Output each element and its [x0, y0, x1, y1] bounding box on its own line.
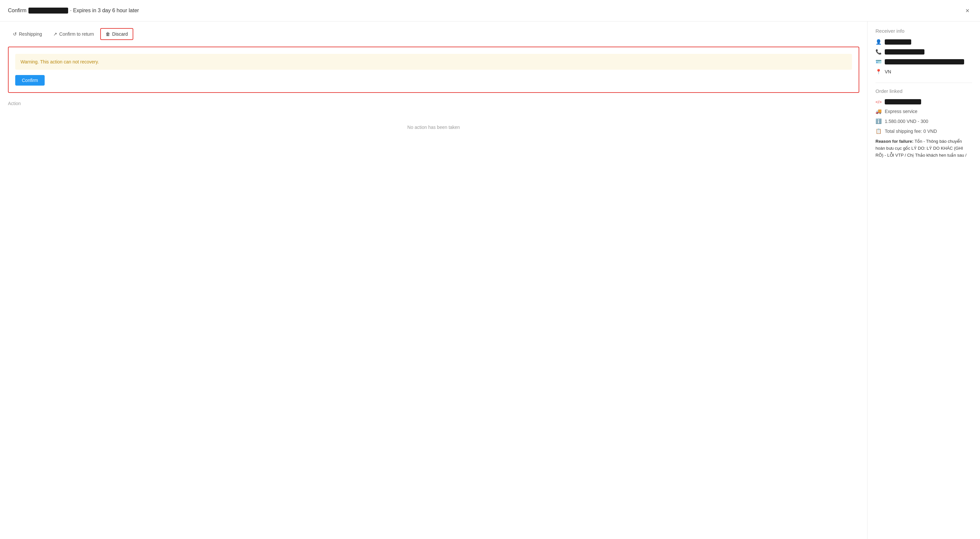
tab-reshipping-label: Reshipping: [19, 32, 42, 37]
order-reason-row: Reason for failure: Tồn - Thông báo chuy…: [875, 138, 972, 159]
order-service: Express service: [885, 109, 918, 114]
tab-confirm-return[interactable]: ↗ Confirm to return: [48, 29, 99, 40]
receiver-phone-redacted: [885, 49, 924, 54]
tabs-bar: ↺ Reshipping ↗ Confirm to return 🗑 Disca…: [8, 28, 859, 40]
confirm-return-icon: ↗: [53, 32, 57, 37]
tab-discard[interactable]: 🗑 Discard: [100, 28, 133, 40]
tab-discard-label: Discard: [112, 32, 128, 37]
receiver-address-row: 🪪: [875, 59, 972, 65]
order-shipping-fee-row: 📋 Total shipping fee: 0 VND: [875, 128, 972, 134]
truck-icon: 🚚: [875, 108, 881, 114]
modal-container: Confirm · Expires in 3 day 6 hour later …: [0, 0, 980, 539]
warning-box: Warning. This action can not recovery.: [15, 54, 852, 70]
order-section-title: Order linked: [875, 88, 972, 94]
receiver-section-title: Receiver info: [875, 28, 972, 34]
receiver-info-section: Receiver info 👤 📞 🪪 📍 VN: [875, 28, 972, 75]
section-divider: [875, 82, 972, 83]
action-label: Action: [8, 101, 859, 106]
title-id-redacted: [29, 8, 68, 14]
discard-panel: Warning. This action can not recovery. C…: [8, 47, 859, 93]
tab-confirm-return-label: Confirm to return: [59, 32, 94, 37]
modal-title: Confirm · Expires in 3 day 6 hour later: [8, 8, 139, 14]
main-content: ↺ Reshipping ↗ Confirm to return 🗑 Disca…: [0, 22, 867, 539]
action-section: Action No action has been taken: [8, 101, 859, 143]
order-amount-row: ℹ️ 1.580.000 VND - 300: [875, 118, 972, 124]
order-id-redacted: [885, 99, 921, 105]
confirm-discard-button[interactable]: Confirm: [15, 75, 45, 86]
discard-icon: 🗑: [105, 32, 110, 37]
warning-text: Warning. This action can not recovery.: [21, 59, 99, 65]
tab-reshipping[interactable]: ↺ Reshipping: [8, 29, 47, 40]
reason-label: Reason for failure:: [875, 139, 913, 144]
order-linked-section: Order linked </> 🚚 Express service ℹ️ 1.…: [875, 88, 972, 159]
receiver-name-row: 👤: [875, 39, 972, 45]
receiver-name-redacted: [885, 39, 911, 44]
order-service-row: 🚚 Express service: [875, 108, 972, 114]
modal-body: ↺ Reshipping ↗ Confirm to return 🗑 Disca…: [0, 22, 980, 539]
order-shipping-fee: Total shipping fee: 0 VND: [885, 128, 937, 134]
location-icon: 📍: [875, 69, 881, 75]
reshipping-icon: ↺: [13, 32, 17, 37]
receiver-country-row: 📍 VN: [875, 69, 972, 75]
close-button[interactable]: ×: [963, 6, 972, 15]
receiver-country: VN: [885, 69, 891, 75]
receiver-address-redacted: [885, 59, 964, 65]
title-prefix: Confirm: [8, 8, 27, 14]
order-amount: 1.580.000 VND - 300: [885, 119, 928, 124]
code-icon: </>: [875, 100, 881, 105]
person-icon: 👤: [875, 39, 881, 45]
title-suffix: · Expires in 3 day 6 hour later: [70, 8, 139, 14]
shipping-icon: 📋: [875, 128, 881, 134]
order-id-row: </>: [875, 99, 972, 105]
receiver-phone-row: 📞: [875, 49, 972, 55]
sidebar: Receiver info 👤 📞 🪪 📍 VN: [867, 22, 980, 539]
info-icon: ℹ️: [875, 118, 881, 124]
modal-header: Confirm · Expires in 3 day 6 hour later …: [0, 0, 980, 22]
card-icon: 🪪: [875, 59, 881, 65]
phone-icon: 📞: [875, 49, 881, 55]
no-action-text: No action has been taken: [8, 111, 859, 143]
